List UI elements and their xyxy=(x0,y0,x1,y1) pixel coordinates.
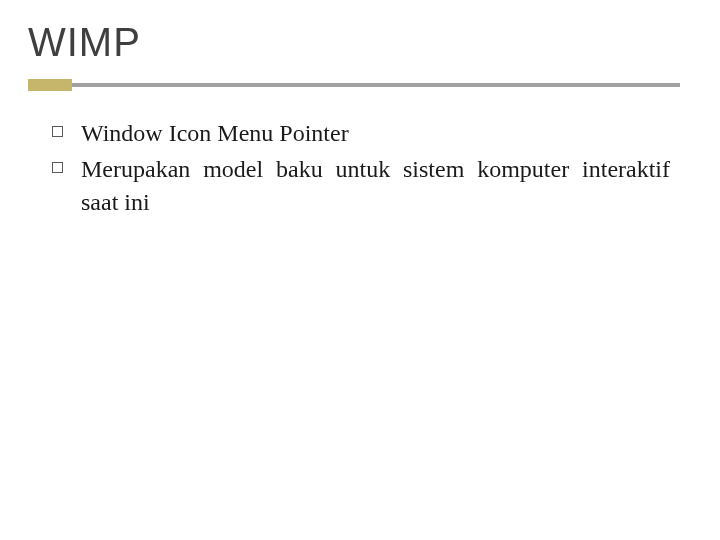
slide-title: WIMP xyxy=(28,20,680,65)
bullet-icon xyxy=(52,126,63,137)
bullet-text: Merupakan model baku untuk sistem komput… xyxy=(81,153,670,218)
list-item: Window Icon Menu Pointer xyxy=(52,117,670,149)
content-area: Window Icon Menu Pointer Merupakan model… xyxy=(28,117,680,218)
list-item: Merupakan model baku untuk sistem komput… xyxy=(52,153,670,218)
accent-bar xyxy=(28,79,72,91)
gray-bar xyxy=(72,83,680,87)
title-underline xyxy=(28,83,680,87)
bullet-icon xyxy=(52,162,63,173)
bullet-text: Window Icon Menu Pointer xyxy=(81,117,670,149)
